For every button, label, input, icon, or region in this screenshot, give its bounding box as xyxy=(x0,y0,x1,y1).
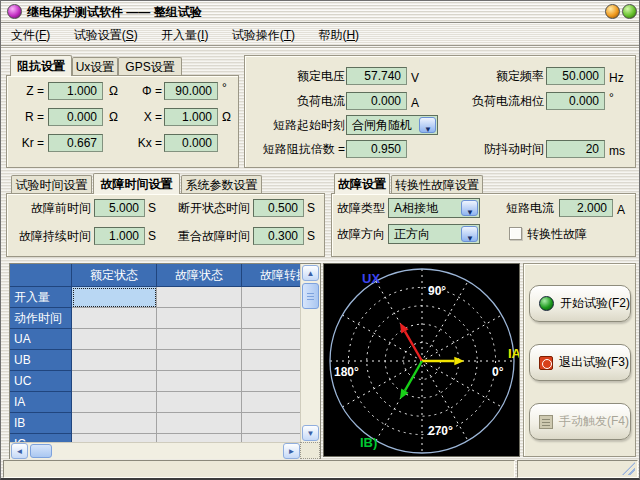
minimize-button-icon[interactable] xyxy=(605,4,620,19)
tab-test-time[interactable]: 试验时间设置 xyxy=(11,175,92,193)
phasor-diagram: 90° 0° 180° 270° UX IA IB) xyxy=(323,263,520,457)
resize-grip[interactable] xyxy=(622,462,635,475)
z-field[interactable]: 1.000 xyxy=(48,82,103,100)
rated-frequency-unit: Hz xyxy=(609,69,624,87)
horizontal-scrollbar[interactable] xyxy=(10,442,301,459)
load-phase-unit: ° xyxy=(609,89,614,107)
rated-frequency-label: 额定频率 xyxy=(415,67,544,85)
menu-test-operation[interactable]: 试验操作(T) xyxy=(222,23,305,46)
tab-system-params[interactable]: 系统参数设置 xyxy=(181,175,262,193)
fault-direction-value: 正方向 xyxy=(394,227,430,241)
start-test-button[interactable]: 开始试验(F2) xyxy=(529,285,631,322)
tab-impedance-settings[interactable]: 阻抗设置 xyxy=(10,55,72,76)
header-fault-state: 故障状态 xyxy=(157,264,242,287)
scroll-up-icon[interactable] xyxy=(302,265,319,281)
angle-90-label: 90° xyxy=(428,284,446,298)
impedance-multiple-label: 短路阻抗倍数 = xyxy=(249,140,345,158)
chevron-down-icon[interactable] xyxy=(461,200,478,216)
tab-fault-time[interactable]: 故障时间设置 xyxy=(93,173,180,194)
impedance-multiple-field[interactable]: 0.950 xyxy=(346,140,407,158)
phasor-svg: 90° 0° 180° 270° UX IA IB) xyxy=(324,264,519,456)
x-label: X = xyxy=(126,108,162,126)
impedance-panel: 阻抗设置 Ux设置 GPS设置 Z = 1.000 Ω Φ = 90.000 °… xyxy=(6,55,239,168)
ib-axis-label: IB) xyxy=(360,435,377,450)
r-unit: Ω xyxy=(109,108,118,126)
close-button-icon[interactable] xyxy=(622,4,637,19)
app-icon xyxy=(7,4,22,19)
table-header-row: 额定状态 故障状态 故障转换 xyxy=(10,264,301,287)
short-start-value: 合闸角随机 xyxy=(352,118,412,132)
menu-test-settings[interactable]: 试验设置(S) xyxy=(64,23,148,46)
window-title: 继电保护测试软件 —— 整组试验 xyxy=(27,4,202,21)
action-button-panel: 开始试验(F2) 退出试验(F3) 手动触发(F4) xyxy=(523,263,636,457)
short-current-field[interactable]: 2.000 xyxy=(559,199,613,217)
fault-duration-label: 故障持续时间 xyxy=(10,227,91,245)
fault-duration-field[interactable]: 1.000 xyxy=(94,227,145,245)
status-bar-right xyxy=(517,460,638,478)
short-start-dropdown[interactable]: 合闸角随机 xyxy=(346,115,438,135)
start-icon xyxy=(539,296,554,311)
vertical-scroll-thumb[interactable] xyxy=(302,283,319,309)
x-unit: Ω xyxy=(222,108,231,126)
fault-time-panel: 试验时间设置 故障时间设置 系统参数设置 故障前时间 5.000 S 断开状态时… xyxy=(6,173,325,257)
header-fault-convert: 故障转换 xyxy=(242,264,301,287)
convert-fault-checkbox[interactable] xyxy=(509,227,522,240)
scroll-down-icon[interactable] xyxy=(302,425,319,441)
fault-type-value: A相接地 xyxy=(394,201,438,215)
reclose-fault-time-field[interactable]: 0.300 xyxy=(253,227,304,245)
fault-duration-unit: S xyxy=(148,227,156,245)
rating-panel: 额定电压 57.740 V 额定频率 50.000 Hz 负荷电流 0.000 … xyxy=(244,55,636,168)
exit-test-button[interactable]: 退出试验(F3) xyxy=(529,344,631,381)
open-state-time-label: 断开状态时间 xyxy=(164,199,250,217)
prefault-time-field[interactable]: 5.000 xyxy=(94,199,145,217)
tab-fault-settings[interactable]: 故障设置 xyxy=(334,173,390,194)
tab-convert-fault-settings[interactable]: 转换性故障设置 xyxy=(391,175,483,193)
ia-axis-label: IA xyxy=(508,346,519,361)
rated-frequency-field[interactable]: 50.000 xyxy=(546,67,605,85)
status-bar-left xyxy=(3,460,515,478)
load-current-field[interactable]: 0.000 xyxy=(346,92,407,110)
short-current-label: 短路电流 xyxy=(506,199,554,217)
horizontal-scroll-thumb[interactable] xyxy=(30,444,52,458)
tab-gps-settings[interactable]: GPS设置 xyxy=(118,57,182,75)
prefault-time-label: 故障前时间 xyxy=(10,199,91,217)
z-unit: Ω xyxy=(109,82,118,100)
result-table: 额定状态 故障状态 故障转换 开入量 动作时间 UA UB xyxy=(9,263,321,459)
r-field[interactable]: 0.000 xyxy=(48,108,103,126)
open-state-time-unit: S xyxy=(307,199,315,217)
table-row: IA xyxy=(10,392,301,413)
table-row: 开入量 xyxy=(10,287,301,308)
load-phase-field[interactable]: 0.000 xyxy=(546,92,605,110)
scrollbar-corner xyxy=(300,442,320,459)
scroll-left-icon[interactable] xyxy=(11,443,28,459)
header-rated-state: 额定状态 xyxy=(72,264,157,287)
fault-settings-panel: 故障设置 转换性故障设置 故障类型 A相接地 短路电流 2.000 A 故障方向… xyxy=(331,173,636,257)
fault-direction-dropdown[interactable]: 正方向 xyxy=(388,224,480,244)
phi-label: Φ = xyxy=(126,82,162,100)
vertical-scrollbar[interactable] xyxy=(300,264,320,442)
tab-ux-settings[interactable]: Ux设置 xyxy=(72,57,118,75)
x-field[interactable]: 1.000 xyxy=(164,108,218,126)
menu-help[interactable]: 帮助(H) xyxy=(308,23,369,46)
table-row: IB xyxy=(10,413,301,434)
chevron-down-icon[interactable] xyxy=(419,117,436,133)
fault-type-dropdown[interactable]: A相接地 xyxy=(388,198,480,218)
debounce-label: 防抖动时间 xyxy=(415,140,544,158)
phi-field[interactable]: 90.000 xyxy=(164,82,218,100)
manual-trigger-button[interactable]: 手动触发(F4) xyxy=(529,403,631,440)
kr-field[interactable]: 0.667 xyxy=(48,134,103,152)
rated-voltage-field[interactable]: 57.740 xyxy=(346,67,407,85)
angle-180-label: 180° xyxy=(334,365,359,379)
load-current-label: 负荷电流 xyxy=(249,92,345,110)
menu-file[interactable]: 文件(F) xyxy=(1,23,60,46)
chevron-down-icon[interactable] xyxy=(461,226,478,242)
selected-cell[interactable] xyxy=(72,287,157,308)
menu-binary-input[interactable]: 开入量(I) xyxy=(151,23,218,46)
debounce-field[interactable]: 20 xyxy=(546,140,605,158)
open-state-time-field[interactable]: 0.500 xyxy=(253,199,304,217)
scroll-right-icon[interactable] xyxy=(283,443,300,459)
table-row: IC xyxy=(10,434,301,442)
menu-bar: 文件(F) 试验设置(S) 开入量(I) 试验操作(T) 帮助(H) xyxy=(1,23,639,46)
kx-field[interactable]: 0.000 xyxy=(164,134,218,152)
convert-fault-label: 转换性故障 xyxy=(527,225,587,243)
